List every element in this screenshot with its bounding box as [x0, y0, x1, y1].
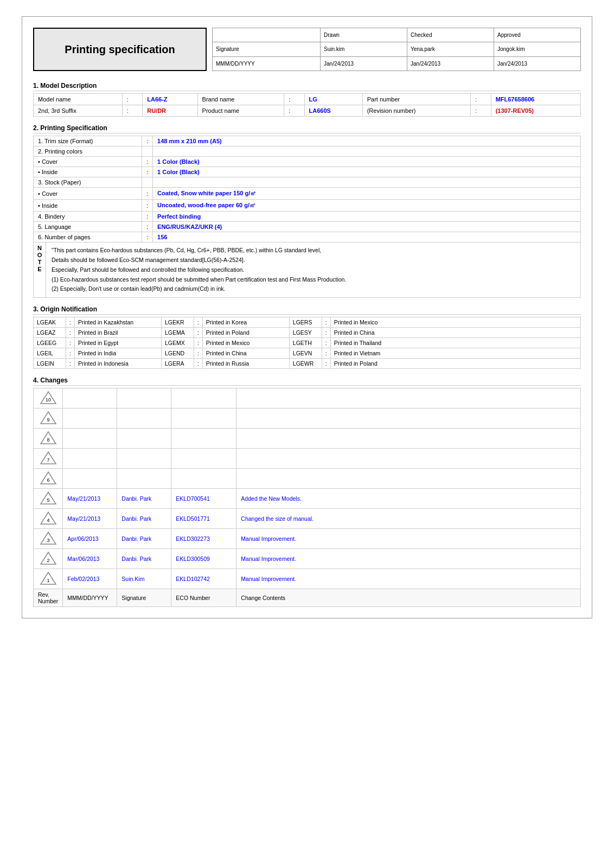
- page-header: Printing specification Drawn Checked App…: [33, 28, 581, 71]
- svg-text:1: 1: [47, 578, 49, 583]
- change-content-5: Added the New Models.: [236, 489, 581, 509]
- section2-title: 2. Printing Specification: [33, 124, 581, 133]
- change-signature-3: Danbi. Park: [117, 529, 171, 549]
- svg-text:10: 10: [46, 397, 51, 403]
- section3-title: 3. Origin Notification: [33, 305, 581, 315]
- printing-spec-table: 1. Trim size (Format) : 148 mm x 210 mm …: [33, 136, 581, 242]
- change-eco-3: EKLD302273: [171, 529, 236, 549]
- table-row: LGEAZ : Printed in Brazil LGEMA : Printe…: [34, 328, 581, 338]
- change-eco-4: EKLD501771: [171, 509, 236, 529]
- change-eco-5: EKLD700541: [171, 489, 236, 509]
- change-date-2: Mar/06/2013: [63, 549, 117, 569]
- change-eco-1: EKLD102742: [171, 569, 236, 589]
- origin-table: LGEAK : Printed in Kazakhstan LGEKR : Pr…: [33, 317, 581, 369]
- svg-text:9: 9: [47, 417, 49, 423]
- footer-rev: Rev. Number: [34, 589, 63, 607]
- change-row-3: 3 Apr/06/2013 Danbi. Park EKLD302273 Man…: [34, 529, 581, 549]
- note-box: NOTE "This part contains Eco-hardous sub…: [33, 242, 581, 298]
- table-row: LGEIL : Printed in India LGEND : Printed…: [34, 348, 581, 359]
- svg-text:6: 6: [47, 477, 49, 483]
- spec-row-cover-color: • Cover : 1 Color (Black): [34, 157, 581, 167]
- changes-footer-row: Rev. Number MMM/DD/YYYY Signature ECO Nu…: [34, 589, 581, 607]
- change-signature-4: Danbi. Park: [117, 509, 171, 529]
- change-row-2: 2 Mar/06/2013 Danbi. Park EKLD300509 Man…: [34, 549, 581, 569]
- section1-title: 1. Model Description: [33, 82, 581, 91]
- change-content-4: Changed the size of manual.: [236, 509, 581, 529]
- table-row: Model name : LA66-Z Brand name : LG Part…: [34, 94, 581, 105]
- footer-content: Change Contents: [236, 589, 581, 607]
- change-date-3: Apr/06/2013: [63, 529, 117, 549]
- page-title: Printing specification: [65, 43, 175, 56]
- change-row-1: 1 Feb/02/2013 Suin.Kim EKLD102742 Manual…: [34, 569, 581, 589]
- rev-number: 10: [34, 388, 63, 409]
- table-row: LGEEG : Printed in Egypt LGEMX : Printed…: [34, 338, 581, 348]
- change-date-1: Feb/02/2013: [63, 569, 117, 589]
- change-row-5: 5 May/21/2013 Danbi. Park EKLD700541 Add…: [34, 489, 581, 509]
- change-signature-2: Danbi. Park: [117, 549, 171, 569]
- svg-text:5: 5: [47, 497, 49, 503]
- spec-row-pages: 6. Number of pages : 156: [34, 232, 581, 242]
- change-row-8: 8: [34, 429, 581, 449]
- spec-row-stock: 3. Stock (Paper): [34, 177, 581, 188]
- model-description-table: Model name : LA66-Z Brand name : LG Part…: [33, 93, 581, 117]
- table-row: LGEIN : Printed in Indonesia LGERA : Pri…: [34, 359, 581, 369]
- change-row-10: 10: [34, 388, 581, 409]
- svg-text:3: 3: [47, 538, 49, 543]
- svg-text:7: 7: [47, 457, 49, 463]
- change-content-2: Manual Improvement.: [236, 549, 581, 569]
- change-row-4: 4 May/21/2013 Danbi. Park EKLD501771 Cha…: [34, 509, 581, 529]
- spec-row-bindery: 4. Bindery : Perfect binding: [34, 212, 581, 222]
- change-eco-2: EKLD300509: [171, 549, 236, 569]
- change-row-7: 7: [34, 449, 581, 469]
- change-signature-1: Suin.Kim: [117, 569, 171, 589]
- spec-row-trim: 1. Trim size (Format) : 148 mm x 210 mm …: [34, 136, 581, 146]
- note-label: NOTE: [34, 242, 46, 297]
- change-content-3: Manual Improvement.: [236, 529, 581, 549]
- footer-signature: Signature: [117, 589, 171, 607]
- spec-row-language: 5. Language : ENG/RUS/KAZ/UKR (4): [34, 222, 581, 232]
- spec-row-inside-color: • Inside : 1 Color (Black): [34, 167, 581, 177]
- section4-title: 4. Changes: [33, 376, 581, 386]
- svg-text:2: 2: [47, 558, 49, 563]
- changes-table: 10 9 8: [33, 388, 581, 607]
- change-row-9: 9: [34, 409, 581, 429]
- change-date-4: May/21/2013: [63, 509, 117, 529]
- change-content-1: Manual Improvement.: [236, 569, 581, 589]
- footer-date: MMM/DD/YYYY: [63, 589, 117, 607]
- note-content: "This part contains Eco-hardous substanc…: [46, 242, 351, 297]
- table-row: LGEAK : Printed in Kazakhstan LGEKR : Pr…: [34, 317, 581, 328]
- footer-eco: ECO Number: [171, 589, 236, 607]
- svg-text:8: 8: [47, 437, 49, 443]
- change-row-6: 6: [34, 469, 581, 489]
- svg-text:4: 4: [47, 518, 49, 523]
- spec-row-colors: 2. Printing colors: [34, 146, 581, 157]
- approval-table: Drawn Checked Approved Signature Suin.ki…: [212, 28, 581, 71]
- change-date-5: May/21/2013: [63, 489, 117, 509]
- table-row: 2nd, 3rd Suffix : RU/DR Product name : L…: [34, 105, 581, 117]
- change-signature-5: Danbi. Park: [117, 489, 171, 509]
- spec-row-inside-stock: • Inside : Uncoated, wood-free paper 60 …: [34, 200, 581, 212]
- title-box: Printing specification: [33, 28, 207, 71]
- spec-row-cover-stock: • Cover : Coated, Snow white paper 150 g…: [34, 188, 581, 200]
